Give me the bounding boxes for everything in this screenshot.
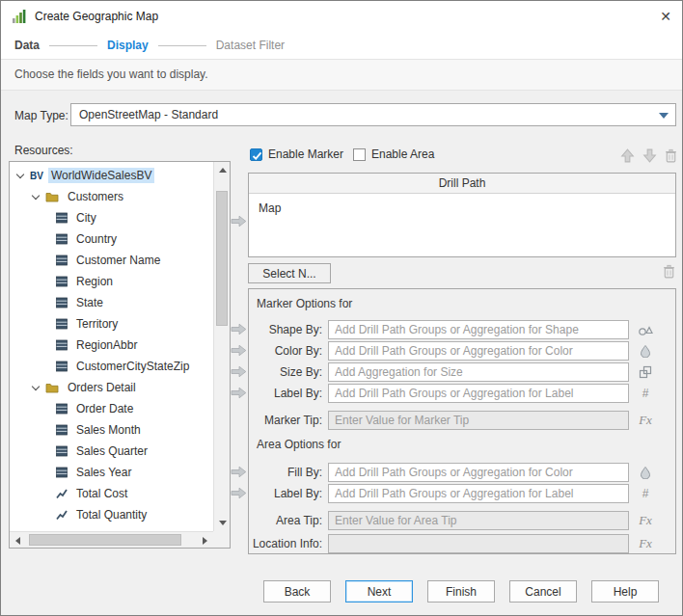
area-label-by-row: Label By: #: [249, 484, 675, 503]
hash-icon: #: [633, 384, 658, 403]
fx-icon: Fx: [633, 534, 658, 553]
delete-icon[interactable]: [663, 147, 679, 164]
finish-button[interactable]: Finish: [427, 580, 495, 603]
transfer-arrow-icon[interactable]: [231, 466, 247, 478]
tree-item[interactable]: Orders Detail: [10, 377, 213, 398]
tree-item[interactable]: CustomerCityStateZip: [10, 356, 213, 377]
tree-item[interactable]: Sales Year: [10, 462, 213, 483]
select-name-button[interactable]: Select N...: [248, 263, 331, 283]
enable-area-label: Enable Area: [371, 147, 434, 162]
fill-by-label: Fill By:: [249, 463, 322, 482]
scroll-up-button[interactable]: [214, 162, 231, 178]
tree-item-label: CustomerCityStateZip: [73, 359, 192, 374]
fill-by-input[interactable]: [328, 463, 629, 482]
shape-by-row: Shape By:: [249, 320, 675, 339]
tree-item[interactable]: Sales Month: [10, 419, 213, 441]
transfer-arrow-icon[interactable]: [231, 215, 247, 228]
area-tip-input[interactable]: [328, 511, 629, 530]
area-tip-row: Area Tip: Fx: [249, 511, 675, 530]
vertical-scrollbar-thumb[interactable]: [216, 191, 228, 326]
step-data[interactable]: Data: [14, 39, 40, 52]
tree-item[interactable]: Total Cost: [10, 483, 213, 504]
size-icon: [633, 362, 658, 382]
field-icon: [56, 254, 68, 266]
tree-item[interactable]: Customers: [10, 186, 213, 207]
drill-path-row[interactable]: Map: [249, 194, 675, 215]
transfer-arrow-icon[interactable]: [231, 344, 247, 357]
scroll-left-button[interactable]: [10, 532, 26, 549]
transfer-arrow-icon[interactable]: [231, 487, 247, 499]
marker-tip-input[interactable]: [328, 411, 629, 430]
dialog-title: Create Geographic Map: [35, 10, 158, 23]
app-chart-icon: [12, 9, 27, 24]
back-button[interactable]: Back: [263, 580, 331, 603]
color-icon: [633, 463, 658, 482]
close-button[interactable]: ✕: [649, 1, 682, 32]
location-info-row: Location Info: Fx: [249, 534, 675, 553]
tree-item-label: Region: [73, 274, 116, 289]
location-info-input[interactable]: [328, 534, 629, 553]
tree-item[interactable]: BV WorldWideSalesBV: [10, 165, 213, 186]
step-dataset-filter[interactable]: Dataset Filter: [216, 39, 285, 52]
chevron-down-icon[interactable]: [32, 382, 40, 389]
marker-tip-label: Marker Tip:: [249, 411, 322, 430]
field-icon: [56, 297, 68, 308]
horizontal-scrollbar: [10, 531, 213, 548]
size-by-input[interactable]: [328, 362, 629, 382]
resources-label: Resources:: [14, 144, 73, 157]
scroll-right-button[interactable]: [197, 532, 213, 549]
tree-item[interactable]: Customer Name: [10, 250, 213, 271]
field-icon: [56, 339, 68, 351]
move-up-icon[interactable]: [619, 147, 636, 164]
tree-item[interactable]: Sales Quarter: [10, 441, 213, 462]
field-icon: [56, 361, 68, 372]
tree-item-label: Territory: [73, 316, 121, 332]
tree-item[interactable]: Region: [10, 271, 213, 292]
business-view-icon: BV: [30, 171, 43, 181]
step-display[interactable]: Display: [107, 39, 149, 52]
enable-marker-label: Enable Marker: [268, 147, 343, 162]
chevron-down-icon[interactable]: [32, 191, 40, 199]
tree-item[interactable]: City: [10, 207, 213, 228]
enable-marker-checkbox[interactable]: [250, 148, 262, 161]
delete-drill-icon[interactable]: [661, 263, 677, 280]
chevron-down-icon[interactable]: [16, 170, 24, 177]
tree-item[interactable]: State: [10, 292, 213, 313]
help-button[interactable]: Help: [591, 580, 659, 603]
area-label-by-input[interactable]: [328, 484, 629, 503]
horizontal-scrollbar-thumb[interactable]: [29, 534, 181, 546]
measure-icon: [56, 509, 68, 521]
field-icon: [56, 233, 68, 245]
field-icon: [56, 467, 68, 478]
shape-by-input[interactable]: [328, 320, 629, 339]
tree-item[interactable]: Territory: [10, 313, 213, 335]
scroll-down-button[interactable]: [214, 515, 231, 531]
size-by-row: Size By:: [249, 362, 675, 382]
transfer-arrow-icon[interactable]: [231, 365, 247, 378]
tree-item[interactable]: Total Quantity: [10, 504, 213, 525]
next-button[interactable]: Next: [345, 580, 413, 603]
map-type-dropdown[interactable]: OpenStreetMap - Standard: [70, 103, 676, 126]
tree-item[interactable]: Order Date: [10, 398, 213, 419]
field-icon: [56, 403, 68, 415]
area-tip-label: Area Tip:: [249, 511, 322, 530]
fill-by-row: Fill By:: [249, 463, 675, 482]
scrollbar-corner: [213, 531, 230, 548]
transfer-arrow-icon[interactable]: [231, 387, 247, 399]
tree-item-label: State: [73, 295, 106, 310]
field-icon: [56, 318, 68, 330]
tree-item[interactable]: RegionAbbr: [10, 335, 213, 356]
field-icon: [56, 212, 68, 224]
tree-item[interactable]: Country: [10, 228, 213, 250]
tree-item-label: Customers: [65, 189, 126, 204]
tree-item-label: Order Date: [73, 401, 136, 416]
tree-item-label: Total Quantity: [73, 507, 150, 522]
move-down-icon[interactable]: [642, 147, 658, 164]
marker-tip-row: Marker Tip: Fx: [249, 411, 675, 430]
label-by-input[interactable]: [328, 384, 629, 403]
enable-area-checkbox[interactable]: [353, 148, 366, 161]
transfer-arrow-icon[interactable]: [231, 323, 247, 335]
map-type-value: OpenStreetMap - Standard: [71, 104, 675, 125]
cancel-button[interactable]: Cancel: [509, 580, 577, 603]
color-by-input[interactable]: [328, 341, 629, 361]
